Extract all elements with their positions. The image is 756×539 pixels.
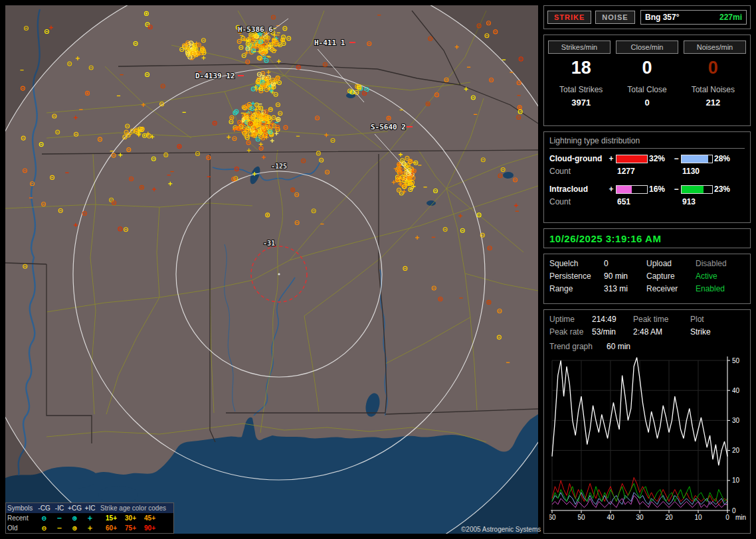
cg-row-label: Cloud-ground (549, 154, 607, 163)
svg-text:50: 50 (577, 514, 585, 521)
age-code: 15+ (102, 513, 121, 523)
legend-header: Symbols-CG-IC+CG+ICStrike age color code… (6, 503, 173, 513)
rate-stats-box: Strikes/min Close/min Noises/min 18 0 0 … (543, 35, 751, 126)
strikes-per-min-value: 18 (548, 58, 614, 78)
strike-toggle-button[interactable]: STRIKE (547, 11, 591, 24)
strikes-per-min-chip[interactable]: Strikes/min (548, 40, 611, 54)
legend-row: Old⊖−⊕+60+75+90+ (6, 523, 173, 533)
squelch-value: 0 (604, 259, 646, 268)
svg-text:0: 0 (725, 514, 729, 521)
range-label: Range (549, 284, 604, 293)
mode-toolbar: STRIKE NOISE Bng 357° 227mi (543, 5, 751, 29)
total-strikes-label: Total Strikes (548, 85, 614, 94)
lightning-map[interactable]: H-5386 6H-411 1D-4139 12S-5640 2-125-31 … (5, 5, 538, 534)
receiver-location-dot (278, 273, 280, 275)
session-box: Uptime 214:49 Peak time Plot Peak rate 5… (543, 309, 751, 534)
strike-symbol-icon: + (82, 513, 98, 523)
plot-label: Plot (690, 315, 737, 324)
close-per-min-value: 0 (614, 58, 680, 78)
legend-symbols-label: Symbols (7, 503, 37, 513)
legend-symbol-col: -IC (52, 503, 67, 513)
ic-pos-count: 651 (616, 197, 672, 206)
peak-time-label: Peak time (633, 315, 690, 324)
total-strikes-value: 3971 (548, 98, 614, 108)
ic-row-label: Intracloud (549, 185, 607, 194)
storm-label: D-4139 12 (195, 72, 235, 80)
legend-row: Recent⊖−⊕+15+30+45+ (6, 513, 173, 523)
uptime-value: 214:49 (592, 315, 633, 324)
cg-minus-sign: − (672, 154, 681, 163)
legend-age-header: Strike age color codes (98, 503, 172, 513)
trend-graph: 010203040506050403020100min (549, 354, 747, 528)
svg-text:10: 10 (732, 477, 740, 484)
cg-plus-sign: + (607, 154, 616, 163)
bearing-display: Bng 357° 227mi (640, 10, 747, 25)
ic-neg-bar (681, 185, 713, 194)
total-close-label: Total Close (614, 85, 680, 94)
strike-symbol-icon: − (52, 513, 67, 523)
peak-rate-label: Peak rate (549, 327, 592, 337)
svg-text:50: 50 (732, 357, 740, 364)
strike-symbol-icon: ⊖ (37, 523, 52, 533)
squelch-label: Squelch (549, 259, 604, 268)
storm-label: H-411 1 (314, 38, 345, 47)
map-canvas[interactable]: H-5386 6H-411 1D-4139 12S-5640 2-125-31 (5, 5, 538, 534)
age-code: 75+ (121, 523, 140, 533)
distribution-box: Lightning type distribution Cloud-ground… (543, 131, 751, 223)
datetime-display: 10/26/2025 3:19:16 AM (549, 233, 661, 244)
settings-box: Squelch 0 Upload Disabled Persistence 90… (543, 254, 751, 304)
age-code: 30+ (121, 513, 140, 523)
total-close: Total Close 0 (614, 85, 680, 108)
storm-label: H-5386 6 (238, 25, 273, 34)
ic-pos-pct: 16% (648, 185, 672, 194)
svg-text:20: 20 (732, 447, 740, 454)
map-legend: Symbols-CG-IC+CG+ICStrike age color code… (5, 502, 174, 534)
strike-symbol-icon: + (82, 523, 98, 533)
total-close-value: 0 (614, 98, 680, 108)
clock-box: 10/26/2025 3:19:16 AM (543, 228, 751, 248)
strike-symbol-icon: ⊕ (67, 513, 82, 523)
ic-neg-pct: 23% (713, 185, 737, 194)
uptime-label: Uptime (549, 315, 592, 324)
receiver-label: Receiver (646, 284, 696, 293)
receiver-status: Enabled (696, 284, 737, 293)
persistence-value: 90 min (604, 271, 646, 281)
range-ring-label: -125 (271, 163, 287, 170)
plot-value: Strike (690, 327, 737, 337)
close-per-min-chip[interactable]: Close/min (616, 40, 678, 54)
svg-text:40: 40 (732, 387, 740, 394)
svg-text:60: 60 (549, 514, 556, 521)
total-noises-value: 212 (680, 98, 746, 108)
age-code: 60+ (102, 523, 121, 533)
legend-symbol-col: -CG (37, 503, 52, 513)
total-noises-label: Total Noises (680, 85, 746, 94)
upload-label: Upload (646, 259, 696, 268)
age-code: 45+ (140, 513, 159, 523)
ic-plus-sign: + (607, 185, 616, 194)
legend-body: Recent⊖−⊕+15+30+45+Old⊖−⊕+60+75+90+ (6, 513, 173, 533)
distribution-title: Lightning type distribution (549, 136, 745, 149)
strike-symbol-icon: ⊕ (67, 523, 82, 533)
upload-status: Disabled (696, 259, 737, 268)
svg-text:0: 0 (732, 507, 736, 514)
ic-neg-count: 913 (681, 197, 737, 206)
cg-pos-count: 1277 (616, 167, 672, 176)
persistence-label: Persistence (549, 271, 604, 281)
capture-status: Active (696, 271, 737, 281)
svg-text:min: min (735, 514, 746, 521)
strike-symbol-icon: − (52, 523, 67, 533)
capture-label: Capture (646, 271, 696, 281)
noises-per-min-value: 0 (680, 58, 746, 78)
noises-per-min-chip[interactable]: Noises/min (684, 40, 746, 54)
ic-pos-bar (616, 185, 648, 194)
storm-label: S-5640 2 (371, 123, 406, 131)
ic-count-label: Count (549, 197, 607, 206)
ic-minus-sign: − (672, 185, 681, 194)
svg-text:30: 30 (732, 417, 740, 424)
bearing-range-value: 227mi (719, 13, 742, 22)
side-panel: STRIKE NOISE Bng 357° 227mi Strikes/min … (543, 5, 751, 534)
trend-window-value: 60 min (607, 342, 745, 351)
noise-toggle-button[interactable]: NOISE (595, 11, 634, 24)
legend-symbol-col: +IC (82, 503, 98, 513)
svg-text:10: 10 (694, 514, 702, 521)
